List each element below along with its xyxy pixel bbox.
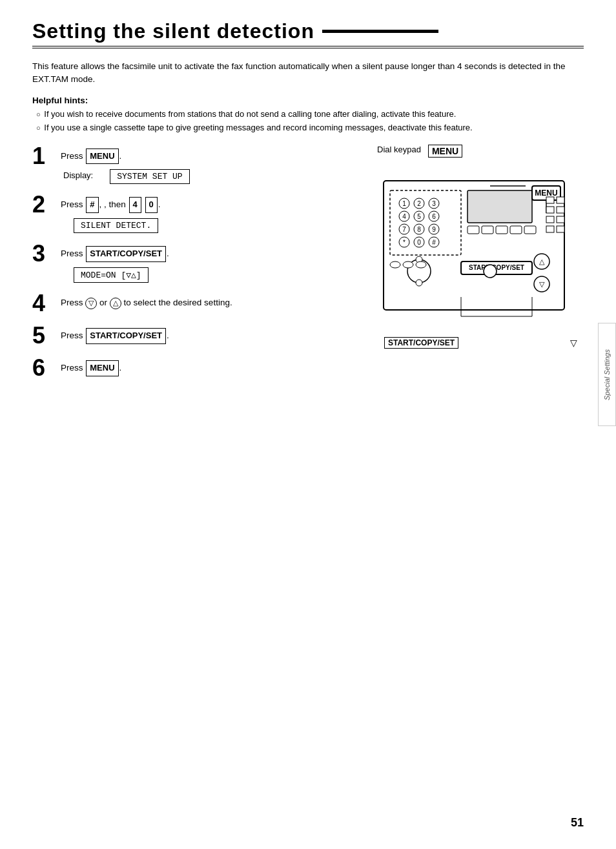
svg-rect-31 — [557, 197, 564, 203]
step1-display: SYSTEM SET UP — [110, 169, 189, 184]
svg-rect-33 — [557, 207, 564, 213]
svg-rect-39 — [482, 226, 493, 234]
svg-rect-47 — [403, 261, 413, 268]
fax-diagram-column: Dial keypad MENU 1 2 3 4 5 6 — [377, 145, 584, 389]
svg-rect-48 — [416, 261, 426, 268]
svg-rect-30 — [546, 197, 554, 203]
svg-rect-26 — [467, 190, 532, 223]
step3-display: MODE=ON [▽△] — [74, 267, 149, 283]
svg-rect-32 — [546, 207, 554, 213]
step-2: 2 Press #, , then 4 0. SILENT DETECT. — [32, 193, 364, 233]
step6-menu-key: MENU — [86, 360, 118, 376]
step-3: 3 Press START/COPY/SET. MODE=ON [▽△] — [32, 242, 364, 283]
svg-rect-46 — [390, 261, 400, 268]
svg-text:*: * — [403, 239, 406, 246]
svg-text:MENU: MENU — [535, 189, 557, 198]
step-4: 4 Press ▽ or △ Press ▽ or △ to select th… — [32, 292, 364, 315]
step2-0-key: 0 — [145, 197, 158, 213]
svg-point-45 — [416, 280, 422, 286]
intro-text: This feature allows the facsimile unit t… — [32, 60, 584, 87]
step1-press: Press — [61, 151, 83, 161]
svg-text:0: 0 — [417, 239, 421, 246]
dial-keypad-label: Dial keypad — [377, 145, 421, 154]
step3-start-key: START/COPY/SET — [86, 246, 166, 262]
step2-display: SILENT DETECT. — [74, 218, 158, 233]
up-arrow-btn: △ — [110, 298, 121, 309]
svg-rect-42 — [524, 226, 536, 234]
step-1: 1 Press MENU. Display: SYSTEM SET UP — [32, 145, 364, 185]
svg-rect-37 — [557, 226, 564, 232]
step2-then: , then — [104, 199, 126, 209]
svg-text:1: 1 — [402, 200, 406, 207]
svg-text:5: 5 — [417, 213, 421, 220]
down-nav-icon: ▽ — [570, 338, 577, 348]
svg-text:#: # — [432, 239, 436, 246]
helpful-hints: Helpful hints: If you wish to receive do… — [32, 96, 584, 134]
fax-machine-svg: 1 2 3 4 5 6 7 8 9 * 0 # — [377, 161, 577, 336]
svg-text:9: 9 — [432, 226, 436, 233]
svg-text:4: 4 — [402, 213, 406, 220]
step-5: 5 Press START/COPY/SET. — [32, 324, 364, 347]
hint-item-1: If you wish to receive documents from st… — [32, 108, 584, 121]
hint-item-2: If you use a single cassette tape to giv… — [32, 121, 584, 134]
menu-diagram-label: MENU — [428, 145, 462, 158]
step2-hash-key: # — [86, 197, 98, 213]
svg-text:▽: ▽ — [539, 280, 545, 288]
page-number: 51 — [571, 816, 584, 830]
main-content: 1 Press MENU. Display: SYSTEM SET UP 2 P… — [32, 145, 584, 389]
svg-rect-36 — [546, 226, 554, 232]
page-title: Setting the silent detection — [32, 19, 584, 48]
step2-4-key: 4 — [129, 197, 141, 213]
svg-text:2: 2 — [417, 200, 421, 207]
down-arrow-btn: ▽ — [85, 298, 97, 309]
step3-press: Press — [61, 249, 83, 258]
step-6: 6 Press MENU. — [32, 356, 364, 380]
svg-rect-35 — [557, 216, 564, 223]
svg-text:3: 3 — [432, 200, 436, 207]
step6-press: Press — [61, 363, 83, 373]
step1-display-label: Display: — [63, 170, 93, 180]
sidebar-tab: Special Settings — [598, 323, 616, 426]
step2-press: Press — [61, 199, 83, 209]
svg-point-55 — [484, 265, 497, 278]
step5-press: Press — [61, 331, 83, 340]
svg-text:7: 7 — [402, 226, 406, 233]
svg-text:6: 6 — [432, 213, 436, 220]
step5-start-key: START/COPY/SET — [86, 328, 166, 344]
svg-text:8: 8 — [417, 226, 421, 233]
svg-rect-34 — [546, 216, 554, 223]
sidebar-tab-label: Special Settings — [603, 349, 611, 400]
steps-column: 1 Press MENU. Display: SYSTEM SET UP 2 P… — [32, 145, 364, 389]
svg-text:△: △ — [539, 258, 545, 265]
start-copy-set-diagram-label: START/COPY/SET — [384, 337, 458, 349]
svg-rect-38 — [467, 226, 479, 234]
svg-rect-40 — [496, 226, 508, 234]
svg-rect-41 — [510, 226, 522, 234]
step1-menu-key: MENU — [86, 148, 118, 165]
hints-title: Helpful hints: — [32, 96, 584, 105]
